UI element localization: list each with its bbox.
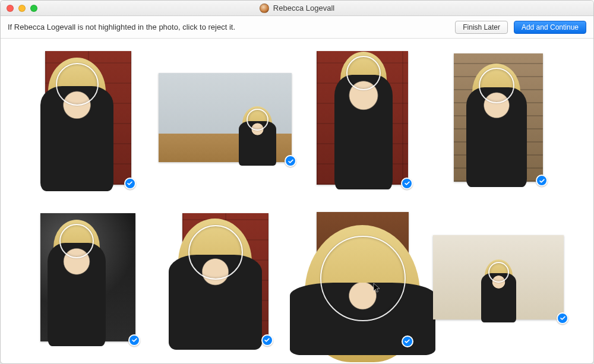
photo-cell xyxy=(305,43,420,192)
instructions-text: If Rebecca Logevall is not highlighted i… xyxy=(8,23,449,31)
titlebar: Rebecca Logevall xyxy=(1,1,593,16)
photo-grid xyxy=(1,39,593,363)
figure-body xyxy=(481,273,517,322)
selected-check-icon[interactable] xyxy=(124,178,136,189)
window-title-text: Rebecca Logevall xyxy=(273,4,334,12)
close-window-button[interactable] xyxy=(7,5,14,12)
figure-body xyxy=(169,255,261,349)
finish-later-label: Finish Later xyxy=(463,23,500,31)
selected-check-icon[interactable] xyxy=(285,155,296,167)
photo-4[interactable] xyxy=(454,53,543,182)
photo-cell xyxy=(433,43,564,192)
figure-body xyxy=(466,87,527,187)
selected-check-icon[interactable] xyxy=(536,175,548,186)
photo-cell xyxy=(159,43,292,192)
figure-body xyxy=(40,86,113,191)
window: Rebecca Logevall If Rebecca Logevall is … xyxy=(0,0,594,364)
zoom-window-button[interactable] xyxy=(30,5,37,12)
photo-2[interactable] xyxy=(159,73,292,162)
photo-cell xyxy=(30,203,146,352)
selected-check-icon[interactable] xyxy=(261,334,273,346)
photo-cell xyxy=(159,203,292,352)
add-and-continue-button[interactable]: Add and Continue xyxy=(514,21,586,34)
finish-later-button[interactable]: Finish Later xyxy=(455,21,508,34)
figure-body xyxy=(290,283,435,355)
window-controls xyxy=(1,5,37,12)
photo-cell xyxy=(30,43,146,192)
window-title: Rebecca Logevall xyxy=(1,4,593,13)
photo-5[interactable] xyxy=(40,213,135,341)
selected-check-icon[interactable] xyxy=(402,335,413,347)
photo-1[interactable] xyxy=(45,51,131,185)
figure-body xyxy=(334,75,393,190)
selected-check-icon[interactable] xyxy=(557,312,568,324)
figure-body xyxy=(239,121,276,166)
selected-check-icon[interactable] xyxy=(128,334,140,346)
figure-body xyxy=(48,243,106,347)
photo-7[interactable] xyxy=(317,212,409,343)
toolbar: If Rebecca Logevall is not highlighted i… xyxy=(1,16,593,39)
photo-cell xyxy=(305,203,420,352)
minimize-window-button[interactable] xyxy=(18,5,26,12)
add-and-continue-label: Add and Continue xyxy=(522,23,579,31)
photo-cell xyxy=(433,203,564,352)
photo-3[interactable] xyxy=(317,51,408,185)
photo-6[interactable] xyxy=(182,213,268,341)
selected-check-icon[interactable] xyxy=(401,178,413,189)
person-avatar-icon xyxy=(260,4,269,13)
photo-8[interactable] xyxy=(433,235,564,319)
